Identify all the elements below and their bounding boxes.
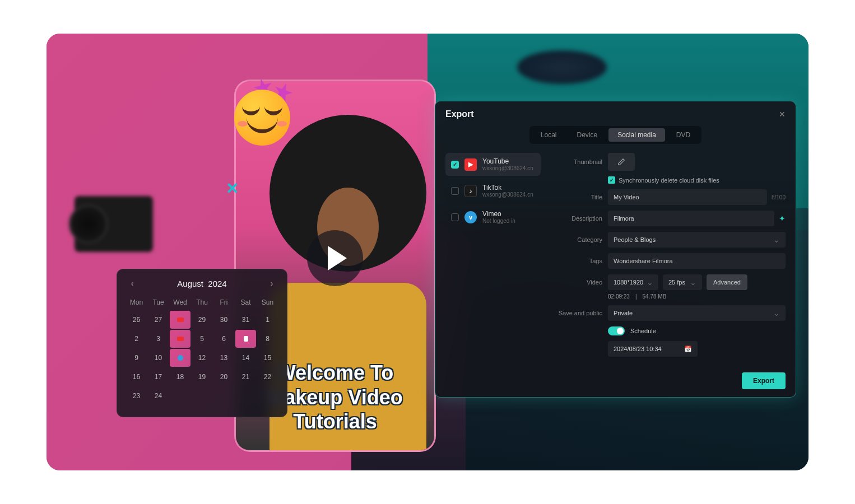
title-counter: 8/100	[772, 194, 786, 200]
platform-account: wxsong@308624.cn	[482, 165, 533, 171]
calendar-dow: Tue	[148, 295, 169, 310]
export-tab-social-media[interactable]: Social media	[608, 128, 665, 142]
calendar-day[interactable]: 21	[235, 368, 256, 386]
calendar-day[interactable]: 22	[257, 368, 278, 386]
platform-account: wxsong@308624.cn	[482, 192, 533, 198]
schedule-calendar: ‹ August 2024 › MonTueWedThuFriSatSun262…	[117, 269, 287, 417]
category-label: Category	[552, 236, 602, 243]
calendar-day[interactable]: 19	[192, 368, 212, 386]
calendar-prev-button[interactable]: ‹	[126, 277, 138, 290]
calendar-day[interactable]: 13	[213, 349, 234, 367]
platform-list: ▶YouTubewxsong@308624.cn♪TikTokwxsong@30…	[445, 153, 541, 362]
promo-canvas: Welcome To Makeup Video Tutorials ✕ ‹ Au…	[47, 34, 808, 470]
play-button[interactable]	[307, 230, 363, 286]
lamp-prop	[506, 39, 618, 106]
title-label: Title	[552, 194, 602, 200]
privacy-label: Save and public	[552, 310, 602, 316]
ai-assist-icon[interactable]: ✦	[779, 214, 786, 223]
thumbnail-picker[interactable]	[608, 153, 635, 171]
star-struck-emoji	[234, 78, 301, 146]
video-label: Video	[552, 279, 602, 286]
calendar-dow: Fri	[213, 295, 234, 310]
calendar-month-label: August 2024	[177, 279, 226, 288]
video-info: 02:09:23|54.78 MB	[552, 293, 786, 300]
calendar-day[interactable]: 6	[213, 330, 234, 348]
vimeo-icon: v	[464, 211, 477, 223]
youtube-icon: ▶	[464, 158, 477, 171]
calendar-day[interactable]: 2	[126, 330, 147, 348]
platform-name: YouTube	[482, 157, 533, 165]
sync-delete-checkbox[interactable]: Synchronously delete cloud disk files	[608, 176, 719, 184]
platform-vimeo[interactable]: vVimeoNot logged in	[445, 206, 541, 228]
calendar-next-button[interactable]: ›	[266, 277, 278, 290]
platform-tiktok[interactable]: ♪TikTokwxsong@308624.cn	[445, 179, 541, 202]
calendar-day[interactable]: 8	[257, 330, 278, 348]
platform-name: Vimeo	[482, 210, 515, 218]
platform-checkbox[interactable]	[451, 187, 459, 195]
calendar-dow: Sun	[257, 295, 278, 310]
calendar-day[interactable]: 24	[148, 387, 169, 405]
export-tab-device[interactable]: Device	[568, 128, 606, 142]
calendar-day[interactable]	[235, 330, 256, 348]
play-icon	[328, 246, 347, 270]
platform-youtube[interactable]: ▶YouTubewxsong@308624.cn	[445, 153, 541, 176]
calendar-day[interactable]: 5	[192, 330, 212, 348]
export-form: Thumbnail Synchronously delete cloud dis…	[552, 153, 786, 362]
calendar-day[interactable]: 27	[148, 311, 169, 329]
title-input[interactable]	[608, 189, 767, 205]
schedule-label: Schedule	[630, 328, 656, 334]
description-input[interactable]	[608, 211, 774, 226]
schedule-date-input[interactable]: 2024/08/23 10:34 📅	[608, 341, 698, 357]
category-select[interactable]: People & Blogs	[608, 232, 786, 248]
calendar-day[interactable]: 29	[192, 311, 212, 329]
calendar-day[interactable]: 10	[148, 349, 169, 367]
x-decoration-icon: ✕	[226, 179, 239, 193]
calendar-dow: Sat	[235, 295, 256, 310]
calendar-day[interactable]: 17	[148, 368, 169, 386]
tiktok-icon: ♪	[464, 185, 477, 197]
platform-checkbox[interactable]	[451, 161, 459, 169]
calendar-day[interactable]: 9	[126, 349, 147, 367]
schedule-toggle[interactable]	[608, 326, 625, 335]
calendar-day[interactable]: 18	[170, 368, 190, 386]
export-tab-local[interactable]: Local	[532, 128, 566, 142]
export-tab-dvd[interactable]: DVD	[667, 128, 699, 142]
export-dialog: Export ✕ LocalDeviceSocial mediaDVD ▶You…	[435, 101, 796, 398]
privacy-select[interactable]: Private	[608, 305, 786, 321]
export-tabs: LocalDeviceSocial mediaDVD	[529, 126, 701, 144]
close-icon[interactable]: ✕	[779, 110, 786, 119]
calendar-day[interactable]: 23	[126, 387, 147, 405]
calendar-day[interactable]	[170, 330, 190, 348]
calendar-day[interactable]: 31	[235, 311, 256, 329]
calendar-dow: Mon	[126, 295, 147, 310]
fps-select[interactable]: 25 fps	[663, 274, 702, 290]
tags-label: Tags	[552, 258, 602, 264]
calendar-day[interactable]: 30	[213, 311, 234, 329]
check-icon	[608, 176, 615, 184]
calendar-day[interactable]: 20	[213, 368, 234, 386]
platform-name: TikTok	[482, 184, 533, 192]
export-button[interactable]: Export	[742, 372, 786, 389]
advanced-button[interactable]: Advanced	[707, 274, 747, 290]
calendar-day[interactable]: 15	[257, 349, 278, 367]
calendar-icon: 📅	[684, 346, 692, 353]
platform-account: Not logged in	[482, 218, 515, 224]
calendar-day[interactable]	[170, 311, 190, 329]
resolution-select[interactable]: 1080*1920	[608, 274, 658, 290]
tags-input[interactable]	[608, 253, 786, 269]
calendar-day[interactable]: 12	[192, 349, 212, 367]
edit-icon	[617, 158, 625, 166]
calendar-day[interactable]: 1	[257, 311, 278, 329]
calendar-day[interactable]: 14	[235, 349, 256, 367]
thumbnail-label: Thumbnail	[552, 158, 602, 165]
export-title: Export	[445, 109, 474, 119]
calendar-day[interactable]: 3	[148, 330, 169, 348]
platform-checkbox[interactable]	[451, 213, 459, 221]
calendar-day[interactable]: 26	[126, 311, 147, 329]
calendar-dow: Wed	[170, 295, 190, 310]
calendar-day[interactable]	[170, 349, 190, 367]
description-label: Description	[552, 215, 602, 222]
calendar-dow: Thu	[192, 295, 212, 310]
calendar-day[interactable]: 16	[126, 368, 147, 386]
